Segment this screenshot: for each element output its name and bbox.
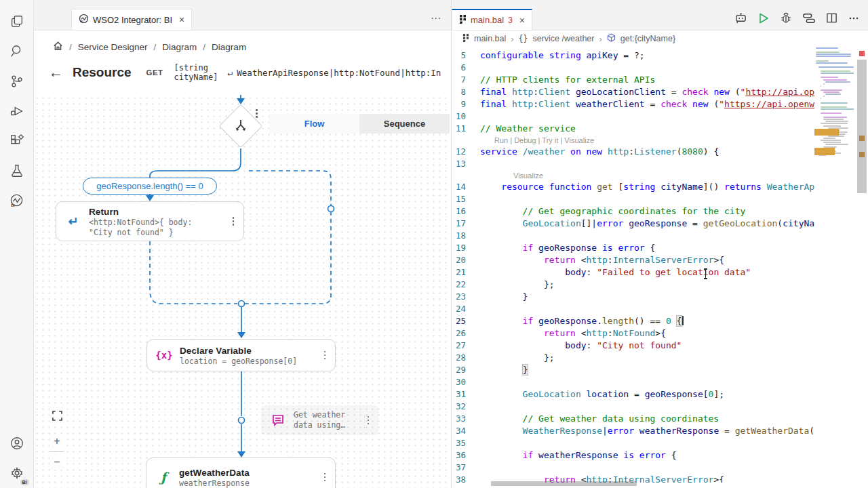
more-tabs-icon[interactable]: ⋯ <box>431 12 441 24</box>
code-line[interactable]: 17 GeoLocation[]|error geoResponse = get… <box>452 218 814 230</box>
minimap[interactable] <box>814 47 854 483</box>
horizontal-scrollbar[interactable] <box>491 481 637 486</box>
code-line[interactable]: 35 <box>452 437 814 449</box>
return-node[interactable]: ↵ Return <http:NotFound>{ body: "City no… <box>56 201 244 241</box>
close-icon[interactable]: × <box>179 14 184 25</box>
http-method-badge: GET <box>146 68 163 77</box>
bi-diagram-toggle-icon[interactable] <box>802 12 816 24</box>
code-line[interactable]: 32 <box>452 401 814 413</box>
code-line[interactable]: 21 body: "Failed to get location data" <box>452 266 814 279</box>
testing-icon[interactable] <box>3 156 31 186</box>
code-line[interactable]: 18 <box>452 230 814 242</box>
function-node-title: getWeatherData <box>179 468 250 478</box>
declare-variable-node[interactable]: {x} Declare Variable location = geoRespo… <box>146 339 336 371</box>
line-number: 12 <box>452 146 480 158</box>
condition-label[interactable]: geoResponse.length() == 0 <box>83 178 217 195</box>
get-weather-data-node[interactable]: ƒ getWeatherData weatherResponse <box>146 458 336 488</box>
line-number: 21 <box>452 266 480 279</box>
debug-icon[interactable] <box>780 12 792 24</box>
tab-sequence[interactable]: Sequence <box>359 114 450 134</box>
tab-main-bal[interactable]: main.bal 3 × <box>452 9 532 30</box>
code-line[interactable]: 34 WeatherResponse|error weatherResponse… <box>452 425 814 437</box>
codelens[interactable]: Visualize <box>452 170 814 181</box>
declare-node-menu-icon[interactable] <box>321 348 329 363</box>
codelens[interactable]: Run | Debug | Try it | Visualize <box>452 135 814 146</box>
breadcrumb-file[interactable]: main.bal <box>474 34 506 43</box>
code-line[interactable]: 26 return <http:NotFound>{ <box>452 327 814 340</box>
resource-return-type: ↵WeatherApiResponse|http:NotFound|http:I… <box>227 68 441 78</box>
code-line[interactable]: 14 resource function get [string cityNam… <box>452 181 814 193</box>
source-control-icon[interactable] <box>3 66 31 96</box>
code-line[interactable]: 22 }; <box>452 279 814 291</box>
line-number: 30 <box>452 376 480 388</box>
zoom-out-button[interactable]: − <box>50 455 64 470</box>
code-line[interactable]: 28 }; <box>452 352 814 364</box>
back-button[interactable]: ← <box>49 64 63 81</box>
scrollbar-thumb[interactable] <box>857 60 867 193</box>
line-number: 38 <box>452 474 480 483</box>
code-line[interactable]: 15 <box>452 193 814 205</box>
tab-flow[interactable]: Flow <box>269 114 359 134</box>
code-line[interactable]: 9final http:Client weatherClient = check… <box>452 98 814 110</box>
extensions-icon[interactable] <box>3 126 31 156</box>
branch-icon <box>232 117 250 138</box>
code-line[interactable]: 5configurable string apiKey = ?; <box>452 49 814 62</box>
code-line[interactable]: 29 } <box>452 364 814 376</box>
code-line[interactable]: 27 body: "City not found" <box>452 340 814 352</box>
copilot-chat-icon[interactable] <box>734 12 747 24</box>
home-icon[interactable] <box>53 41 63 53</box>
breadcrumb-resource[interactable]: get:{cityName} <box>620 34 675 43</box>
code-line[interactable]: 13 <box>452 158 814 170</box>
return-node-menu-icon[interactable] <box>230 214 237 228</box>
zoom-buttons: + − <box>50 434 64 470</box>
run-icon[interactable] <box>757 12 770 24</box>
bi-extension-icon[interactable]: BI <box>3 186 31 216</box>
more-actions-icon[interactable] <box>848 12 860 24</box>
flow-diagram-canvas[interactable]: Flow Sequence geoResponse.length() == 0 … <box>34 95 451 488</box>
code-line[interactable]: 37 <box>452 462 814 474</box>
code-line[interactable]: 8final http:Client geoLocationClient = c… <box>452 86 814 98</box>
code-line[interactable]: 10 <box>452 110 814 123</box>
breadcrumb-diagram-1[interactable]: Diagram <box>162 42 197 52</box>
code-line[interactable]: 16 // Get geographic coordinates for the… <box>452 205 814 218</box>
vertical-scrollbar[interactable] <box>856 47 867 483</box>
code-line[interactable]: 23 } <box>452 291 814 303</box>
line-number: 28 <box>452 352 480 364</box>
svg-text:BI: BI <box>11 203 15 207</box>
comment-node-menu-icon[interactable] <box>365 413 372 428</box>
code-line[interactable]: 33 // Get weather data using coordinates <box>452 413 814 425</box>
breadcrumb-service[interactable]: service /weather <box>532 34 594 43</box>
code-line[interactable]: 12service /weather on new http:Listener(… <box>452 146 814 158</box>
code-area[interactable]: 5configurable string apiKey = ?;67// HTT… <box>452 47 814 483</box>
if-node-menu-icon[interactable] <box>253 106 260 121</box>
tab-wso2-integrator-bi[interactable]: BI WSO2 Integrator: BI × <box>71 9 192 30</box>
code-line[interactable]: 24 <box>452 303 814 315</box>
split-editor-icon[interactable] <box>826 12 837 24</box>
zoom-in-button[interactable]: + <box>50 434 64 449</box>
comment-node[interactable]: Get weather data using… <box>261 405 378 435</box>
fit-to-screen-button[interactable] <box>50 408 64 423</box>
breadcrumb-service-designer[interactable]: Service Designer <box>78 42 148 52</box>
breadcrumb-diagram-2[interactable]: Diagram <box>212 42 246 52</box>
function-icon: ƒ <box>153 470 174 485</box>
settings-gear-icon[interactable]: BI <box>3 458 31 488</box>
search-icon[interactable] <box>3 37 31 66</box>
run-debug-icon[interactable] <box>3 96 31 126</box>
explorer-icon[interactable] <box>3 7 31 37</box>
account-icon[interactable] <box>3 428 31 458</box>
code-line[interactable]: 25 if geoResponse.length() == 0 { <box>452 315 814 327</box>
diagram-connectors <box>34 95 451 488</box>
line-number: 8 <box>452 86 480 98</box>
close-icon[interactable]: × <box>519 15 525 26</box>
code-line[interactable]: 20 return <http:InternalServerError>{ <box>452 254 814 266</box>
code-line[interactable]: 7// HTTP clients for external APIs <box>452 74 814 86</box>
code-line[interactable]: 6 <box>452 62 814 74</box>
code-line[interactable]: 11// Weather service <box>452 123 814 135</box>
view-mode-tabs: Flow Sequence <box>269 114 450 134</box>
code-line[interactable]: 30 <box>452 376 814 388</box>
code-line[interactable]: 36 if weatherResponse is error { <box>452 449 814 462</box>
function-node-menu-icon[interactable] <box>321 470 329 485</box>
code-line[interactable]: 31 GeoLocation location = geoResponse[0]… <box>452 388 814 401</box>
code-line[interactable]: 19 if geoResponse is error { <box>452 242 814 254</box>
line-number: 20 <box>452 254 480 266</box>
